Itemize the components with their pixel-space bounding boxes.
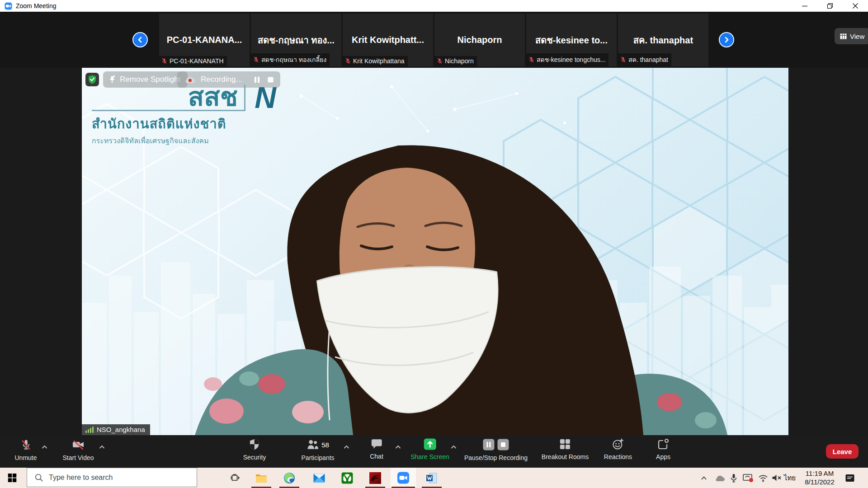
notification-icon	[845, 474, 855, 483]
start-video-button[interactable]: Start Video	[62, 438, 94, 461]
participant-tile[interactable]: สดช-กฤษณา ทอง... สดช-กฤษณา ทองเกลี้ยง	[251, 14, 341, 66]
taskbar-zoom[interactable]	[397, 468, 410, 488]
participants-options-caret[interactable]	[344, 443, 349, 451]
stop-recording-icon[interactable]	[497, 439, 509, 450]
participants-icon	[307, 439, 319, 450]
taskbar-xbox[interactable]	[341, 468, 353, 488]
restore-button[interactable]	[817, 0, 843, 12]
share-options-caret[interactable]	[451, 443, 457, 451]
participant-name-tag: PC-01-KANANATH	[159, 56, 227, 66]
wifi-icon	[758, 474, 768, 482]
nso-logo-mark: N	[244, 84, 285, 111]
close-button[interactable]	[843, 0, 868, 12]
zoom-app-icon	[5, 2, 12, 10]
spotlight-video: Remove Spotlight Recording... สสช N สำนั…	[82, 68, 788, 435]
taskbar-word[interactable]	[426, 468, 438, 488]
participants-button[interactable]: 58 Participants	[301, 438, 334, 461]
reactions-button[interactable]: Reactions	[604, 438, 632, 460]
speaker-name-tag: NSO_angkhana	[82, 424, 150, 435]
muted-mic-icon	[528, 56, 534, 63]
muted-mic-icon	[253, 56, 259, 63]
taskbar-search[interactable]	[27, 468, 197, 487]
taskbar-mail[interactable]	[313, 468, 325, 488]
tray-onedrive[interactable]	[714, 468, 725, 488]
tray-clock[interactable]: 11:19 AM 8/11/2022	[798, 469, 841, 486]
file-explorer-icon	[255, 473, 267, 483]
taskbar-dragon-app[interactable]	[369, 468, 381, 488]
security-button[interactable]: Security	[243, 438, 266, 461]
muted-mic-icon	[620, 56, 626, 63]
participant-tile[interactable]: PC-01-KANANA... PC-01-KANANATH	[159, 14, 250, 66]
search-icon	[34, 473, 43, 482]
tray-wifi[interactable]	[758, 468, 768, 488]
participant-name-tag: Krit Kowitphattana	[343, 56, 408, 66]
task-view-icon	[231, 474, 240, 482]
taskbar-edge[interactable]	[283, 468, 295, 488]
tray-date: 8/11/2022	[798, 478, 841, 486]
cast-display-icon	[743, 474, 754, 483]
participants-count: 58	[321, 441, 329, 449]
participant-name-tag: Nichaporn	[434, 56, 477, 66]
meeting-toolbar: Unmute Start Video Security	[0, 435, 868, 468]
chat-options-caret[interactable]	[395, 443, 401, 451]
breakout-rooms-icon	[559, 438, 571, 450]
video-options-caret[interactable]	[99, 443, 105, 451]
chevron-up-icon	[701, 476, 707, 480]
minimize-button[interactable]	[792, 0, 817, 12]
participant-name-tag: สค. thanaphat	[618, 53, 671, 66]
nso-logo-line1: สำนักงานสถิติแห่งชาติ	[92, 113, 285, 134]
nso-logo-line2: กระทรวงดิจิทัลเพื่อเศรษฐกิจและสังคม	[92, 135, 285, 146]
task-view-button[interactable]	[231, 468, 240, 488]
windows-taskbar: ไทย 11:19 AM 8/11/2022 11	[0, 468, 868, 488]
nso-logo-acronym: สสช	[92, 84, 244, 111]
apps-icon	[657, 438, 669, 450]
tray-expand-button[interactable]	[701, 468, 707, 488]
muted-mic-icon	[345, 58, 351, 64]
chat-button[interactable]: Chat	[370, 438, 383, 460]
tray-microphone[interactable]	[731, 468, 737, 488]
window-title: Zoom Meeting	[16, 2, 56, 9]
breakout-rooms-button[interactable]: Breakout Rooms	[542, 438, 589, 460]
reactions-smiley-icon	[612, 438, 624, 450]
action-center-button[interactable]	[845, 468, 855, 488]
view-button[interactable]: View	[835, 28, 868, 44]
start-button[interactable]	[8, 468, 17, 488]
xbox-icon	[341, 472, 353, 484]
pause-stop-recording-button[interactable]: Pause/Stop Recording	[464, 438, 528, 461]
participant-tile[interactable]: สค. thanaphat สค. thanaphat	[618, 14, 708, 66]
unmute-button[interactable]: Unmute	[14, 438, 37, 461]
participant-name-tag: สดช-กฤษณา ทองเกลี้ยง	[251, 53, 330, 66]
tray-volume-muted[interactable]	[772, 468, 782, 488]
word-icon	[426, 472, 438, 484]
leave-button[interactable]: Leave	[826, 444, 859, 459]
window-titlebar: Zoom Meeting	[0, 0, 868, 12]
pin-icon	[108, 75, 116, 84]
grid-view-icon	[840, 33, 847, 39]
taskbar-file-explorer[interactable]	[255, 468, 267, 488]
cloud-icon	[714, 474, 725, 482]
scroll-right-button[interactable]	[719, 32, 734, 47]
dragon-app-icon	[369, 472, 381, 484]
scroll-left-button[interactable]	[132, 32, 148, 47]
apps-button[interactable]: Apps	[656, 438, 670, 460]
windows-logo-icon	[8, 474, 17, 482]
tray-language[interactable]: ไทย	[784, 468, 796, 488]
participant-name-tag: สดช-kesinee tongchus...	[526, 53, 609, 66]
share-screen-button[interactable]: Share Screen	[410, 438, 449, 460]
participant-strip: PC-01-KANANA... PC-01-KANANATH สดช-กฤษณา…	[0, 12, 868, 68]
shield-check-icon	[88, 75, 96, 84]
speaker-muted-icon	[772, 474, 782, 482]
muted-mic-icon	[437, 58, 443, 64]
zoom-app-icon	[397, 472, 410, 484]
unmute-options-caret[interactable]	[42, 443, 47, 451]
muted-mic-icon	[161, 58, 167, 64]
participant-tile[interactable]: Krit Kowitphatt... Krit Kowitphattana	[343, 14, 433, 66]
tray-screen-share[interactable]	[743, 468, 754, 488]
mail-icon	[313, 474, 325, 483]
participant-tile[interactable]: สดช-kesinee to... สดช-kesinee tongchus..…	[526, 14, 617, 66]
search-input[interactable]	[48, 473, 176, 482]
microphone-icon	[731, 474, 737, 483]
participant-tile[interactable]: Nichaporn Nichaporn	[434, 14, 525, 66]
tray-time: 11:19 AM	[798, 469, 841, 478]
pause-recording-icon[interactable]	[483, 439, 495, 450]
